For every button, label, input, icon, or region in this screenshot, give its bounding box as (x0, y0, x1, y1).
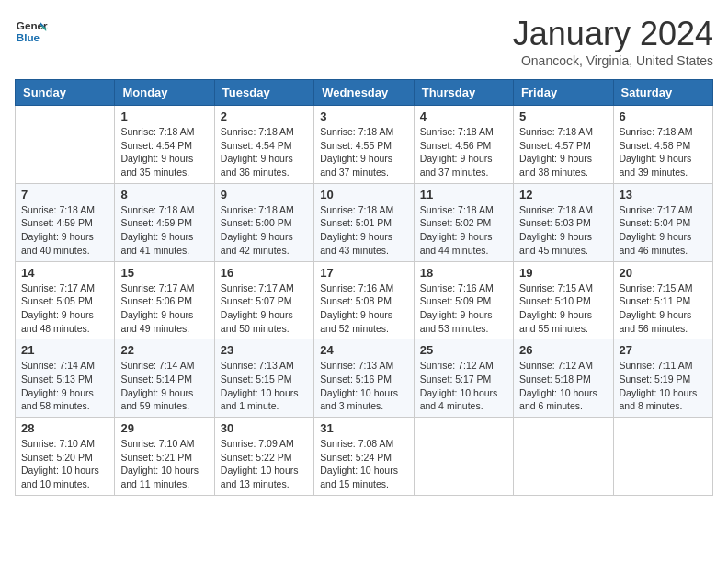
day-header: Thursday (414, 80, 513, 106)
day-number: 28 (21, 421, 108, 435)
day-number: 11 (420, 188, 507, 201)
day-header: Saturday (613, 80, 712, 106)
calendar-header-row: SundayMondayTuesdayWednesdayThursdayFrid… (16, 80, 713, 106)
day-info: Sunrise: 7:12 AMSunset: 5:18 PMDaylight:… (519, 359, 607, 413)
day-info: Sunrise: 7:09 AMSunset: 5:22 PMDaylight:… (221, 437, 308, 491)
day-info: Sunrise: 7:18 AMSunset: 4:58 PMDaylight:… (620, 125, 707, 179)
calendar-cell: 17Sunrise: 7:16 AMSunset: 5:08 PMDayligh… (314, 261, 414, 339)
day-info: Sunrise: 7:18 AMSunset: 5:02 PMDaylight:… (420, 203, 507, 258)
calendar-cell: 25Sunrise: 7:12 AMSunset: 5:17 PMDayligh… (414, 339, 513, 418)
day-number: 6 (620, 109, 707, 123)
day-number: 20 (620, 266, 707, 280)
day-info: Sunrise: 7:14 AMSunset: 5:13 PMDaylight:… (21, 359, 108, 413)
day-number: 30 (221, 421, 308, 435)
day-info: Sunrise: 7:13 AMSunset: 5:16 PMDaylight:… (320, 359, 407, 413)
day-info: Sunrise: 7:12 AMSunset: 5:17 PMDaylight:… (420, 359, 507, 413)
day-info: Sunrise: 7:11 AMSunset: 5:19 PMDaylight:… (620, 359, 707, 413)
page-header: General Blue January 2024 Onancock, Virg… (15, 15, 713, 68)
calendar-cell: 13Sunrise: 7:17 AMSunset: 5:04 PMDayligh… (613, 183, 712, 261)
calendar-cell: 10Sunrise: 7:18 AMSunset: 5:01 PMDayligh… (314, 183, 414, 261)
calendar-cell: 20Sunrise: 7:15 AMSunset: 5:11 PMDayligh… (613, 261, 712, 339)
day-info: Sunrise: 7:08 AMSunset: 5:24 PMDaylight:… (320, 437, 407, 491)
calendar-cell: 29Sunrise: 7:10 AMSunset: 5:21 PMDayligh… (115, 418, 214, 496)
calendar-week-row: 14Sunrise: 7:17 AMSunset: 5:05 PMDayligh… (16, 261, 713, 339)
calendar-week-row: 21Sunrise: 7:14 AMSunset: 5:13 PMDayligh… (16, 339, 713, 418)
day-header: Sunday (16, 80, 115, 106)
day-info: Sunrise: 7:16 AMSunset: 5:09 PMDaylight:… (420, 282, 507, 336)
calendar-cell: 15Sunrise: 7:17 AMSunset: 5:06 PMDayligh… (115, 261, 214, 339)
day-number: 22 (120, 343, 208, 357)
calendar-cell: 9Sunrise: 7:18 AMSunset: 5:00 PMDaylight… (214, 183, 313, 261)
calendar-cell: 3Sunrise: 7:18 AMSunset: 4:55 PMDaylight… (314, 106, 414, 184)
calendar-cell: 23Sunrise: 7:13 AMSunset: 5:15 PMDayligh… (214, 339, 313, 418)
day-number: 13 (620, 188, 707, 201)
day-number: 17 (320, 266, 407, 280)
day-info: Sunrise: 7:18 AMSunset: 5:01 PMDaylight:… (320, 203, 407, 258)
calendar-cell: 26Sunrise: 7:12 AMSunset: 5:18 PMDayligh… (514, 339, 613, 418)
day-info: Sunrise: 7:18 AMSunset: 4:57 PMDaylight:… (519, 125, 607, 179)
day-info: Sunrise: 7:14 AMSunset: 5:14 PMDaylight:… (120, 359, 208, 413)
day-number: 9 (221, 188, 308, 201)
day-header: Tuesday (214, 80, 313, 106)
day-info: Sunrise: 7:17 AMSunset: 5:05 PMDaylight:… (21, 282, 108, 336)
calendar-week-row: 7Sunrise: 7:18 AMSunset: 4:59 PMDaylight… (16, 183, 713, 261)
month-title: January 2024 (513, 15, 713, 53)
day-info: Sunrise: 7:17 AMSunset: 5:07 PMDaylight:… (221, 282, 308, 336)
calendar-cell: 14Sunrise: 7:17 AMSunset: 5:05 PMDayligh… (16, 261, 115, 339)
day-number: 4 (420, 109, 507, 123)
calendar-cell (514, 418, 613, 496)
day-number: 19 (519, 266, 607, 280)
calendar-cell: 21Sunrise: 7:14 AMSunset: 5:13 PMDayligh… (16, 339, 115, 418)
day-header: Friday (514, 80, 613, 106)
day-number: 8 (120, 188, 208, 201)
logo: General Blue (15, 15, 48, 48)
day-number: 25 (420, 343, 507, 357)
calendar-cell: 30Sunrise: 7:09 AMSunset: 5:22 PMDayligh… (214, 418, 313, 496)
day-number: 27 (620, 343, 707, 357)
calendar-cell: 24Sunrise: 7:13 AMSunset: 5:16 PMDayligh… (314, 339, 414, 418)
day-number: 31 (320, 421, 407, 435)
calendar-table: SundayMondayTuesdayWednesdayThursdayFrid… (15, 79, 713, 496)
calendar-cell (414, 418, 513, 496)
day-number: 24 (320, 343, 407, 357)
logo-icon: General Blue (15, 15, 48, 48)
day-info: Sunrise: 7:17 AMSunset: 5:04 PMDaylight:… (620, 203, 707, 258)
day-number: 10 (320, 188, 407, 201)
day-info: Sunrise: 7:13 AMSunset: 5:15 PMDaylight:… (221, 359, 308, 413)
day-number: 18 (420, 266, 507, 280)
day-info: Sunrise: 7:17 AMSunset: 5:06 PMDaylight:… (120, 282, 208, 336)
calendar-cell: 31Sunrise: 7:08 AMSunset: 5:24 PMDayligh… (314, 418, 414, 496)
day-info: Sunrise: 7:18 AMSunset: 4:56 PMDaylight:… (420, 125, 507, 179)
location: Onancock, Virginia, United States (513, 53, 713, 68)
calendar-cell: 7Sunrise: 7:18 AMSunset: 4:59 PMDaylight… (16, 183, 115, 261)
calendar-week-row: 28Sunrise: 7:10 AMSunset: 5:20 PMDayligh… (16, 418, 713, 496)
day-info: Sunrise: 7:18 AMSunset: 4:55 PMDaylight:… (320, 125, 407, 179)
day-info: Sunrise: 7:18 AMSunset: 5:03 PMDaylight:… (519, 203, 607, 258)
title-area: January 2024 Onancock, Virginia, United … (513, 15, 713, 68)
calendar-cell: 19Sunrise: 7:15 AMSunset: 5:10 PMDayligh… (514, 261, 613, 339)
day-info: Sunrise: 7:10 AMSunset: 5:20 PMDaylight:… (21, 437, 108, 491)
day-info: Sunrise: 7:18 AMSunset: 4:54 PMDaylight:… (221, 125, 308, 179)
calendar-cell: 4Sunrise: 7:18 AMSunset: 4:56 PMDaylight… (414, 106, 513, 184)
day-number: 3 (320, 109, 407, 123)
day-info: Sunrise: 7:18 AMSunset: 4:54 PMDaylight:… (120, 125, 208, 179)
day-number: 12 (519, 188, 607, 201)
calendar-cell: 28Sunrise: 7:10 AMSunset: 5:20 PMDayligh… (16, 418, 115, 496)
day-number: 5 (519, 109, 607, 123)
day-info: Sunrise: 7:18 AMSunset: 4:59 PMDaylight:… (21, 203, 108, 258)
day-number: 1 (120, 109, 208, 123)
day-info: Sunrise: 7:18 AMSunset: 5:00 PMDaylight:… (221, 203, 308, 258)
day-info: Sunrise: 7:18 AMSunset: 4:59 PMDaylight:… (120, 203, 208, 258)
svg-text:Blue: Blue (17, 31, 40, 43)
calendar-cell: 16Sunrise: 7:17 AMSunset: 5:07 PMDayligh… (214, 261, 313, 339)
day-number: 14 (21, 266, 108, 280)
calendar-cell: 22Sunrise: 7:14 AMSunset: 5:14 PMDayligh… (115, 339, 214, 418)
day-number: 15 (120, 266, 208, 280)
day-info: Sunrise: 7:16 AMSunset: 5:08 PMDaylight:… (320, 282, 407, 336)
calendar-cell (16, 106, 115, 184)
day-header: Monday (115, 80, 214, 106)
calendar-cell: 27Sunrise: 7:11 AMSunset: 5:19 PMDayligh… (613, 339, 712, 418)
day-number: 21 (21, 343, 108, 357)
calendar-cell: 6Sunrise: 7:18 AMSunset: 4:58 PMDaylight… (613, 106, 712, 184)
calendar-cell: 1Sunrise: 7:18 AMSunset: 4:54 PMDaylight… (115, 106, 214, 184)
